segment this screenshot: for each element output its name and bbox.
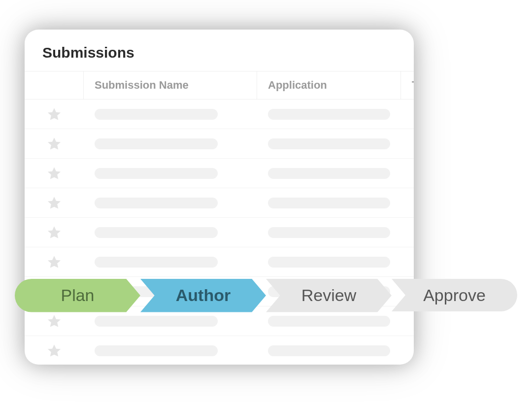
placeholder-pill <box>268 138 390 149</box>
cell-application <box>257 227 401 238</box>
placeholder-pill <box>268 109 390 120</box>
cell-submission-name <box>84 345 257 356</box>
submissions-card: Submissions Submission Name Application … <box>25 30 414 365</box>
cell-type <box>401 257 414 268</box>
step-plan[interactable]: Plan <box>15 279 140 311</box>
cell-application <box>257 198 401 208</box>
step-label: Review <box>297 286 361 305</box>
cell-application <box>257 257 401 268</box>
cell-type <box>401 316 414 327</box>
submissions-table: Submission Name Application Type <box>25 71 414 365</box>
column-star <box>25 71 84 99</box>
column-application[interactable]: Application <box>257 71 401 99</box>
table-row[interactable] <box>25 159 414 188</box>
star-icon[interactable] <box>25 106 84 122</box>
cell-type <box>401 109 414 120</box>
step-label: Plan <box>56 286 99 305</box>
placeholder-pill <box>268 257 390 268</box>
placeholder-pill <box>95 198 218 208</box>
workflow-stepper: PlanAuthorReviewApprove <box>15 279 517 311</box>
table-row[interactable] <box>25 100 414 129</box>
placeholder-pill <box>268 168 390 179</box>
star-icon[interactable] <box>25 136 84 152</box>
placeholder-pill <box>268 198 390 208</box>
placeholder-pill <box>95 138 218 149</box>
table-row[interactable] <box>25 247 414 277</box>
placeholder-pill <box>95 227 218 238</box>
placeholder-pill <box>95 345 218 356</box>
placeholder-pill <box>95 257 218 268</box>
cell-submission-name <box>84 109 257 120</box>
star-icon[interactable] <box>25 166 84 181</box>
table-body <box>25 100 414 365</box>
star-icon[interactable] <box>25 225 84 240</box>
step-author[interactable]: Author <box>140 279 266 311</box>
star-icon[interactable] <box>25 195 84 211</box>
page-title: Submissions <box>25 30 414 71</box>
cell-type <box>401 345 414 356</box>
placeholder-pill <box>268 227 390 238</box>
star-icon[interactable] <box>25 313 84 329</box>
table-header: Submission Name Application Type <box>25 71 414 100</box>
star-icon[interactable] <box>25 254 84 270</box>
table-row[interactable] <box>25 188 414 218</box>
cell-submission-name <box>84 316 257 327</box>
cell-type <box>401 227 414 238</box>
cell-submission-name <box>84 138 257 149</box>
cell-type <box>401 138 414 149</box>
step-label: Author <box>171 286 235 305</box>
cell-submission-name <box>84 168 257 179</box>
placeholder-pill <box>268 345 390 356</box>
table-row[interactable] <box>25 129 414 159</box>
cell-submission-name <box>84 227 257 238</box>
step-approve[interactable]: Approve <box>392 279 517 311</box>
placeholder-pill <box>95 168 218 179</box>
step-label: Approve <box>418 286 491 305</box>
cell-application <box>257 138 401 149</box>
star-icon[interactable] <box>25 343 84 359</box>
table-row[interactable] <box>25 336 414 365</box>
cell-application <box>257 345 401 356</box>
step-review[interactable]: Review <box>266 279 392 311</box>
cell-application <box>257 168 401 179</box>
cell-application <box>257 316 401 327</box>
cell-type <box>401 198 414 208</box>
placeholder-pill <box>95 109 218 120</box>
column-submission-name[interactable]: Submission Name <box>84 71 257 99</box>
table-row[interactable] <box>25 218 414 247</box>
column-type[interactable]: Type <box>401 79 414 92</box>
placeholder-pill <box>268 316 390 327</box>
cell-application <box>257 109 401 120</box>
cell-type <box>401 168 414 179</box>
cell-submission-name <box>84 257 257 268</box>
placeholder-pill <box>95 316 218 327</box>
cell-submission-name <box>84 198 257 208</box>
